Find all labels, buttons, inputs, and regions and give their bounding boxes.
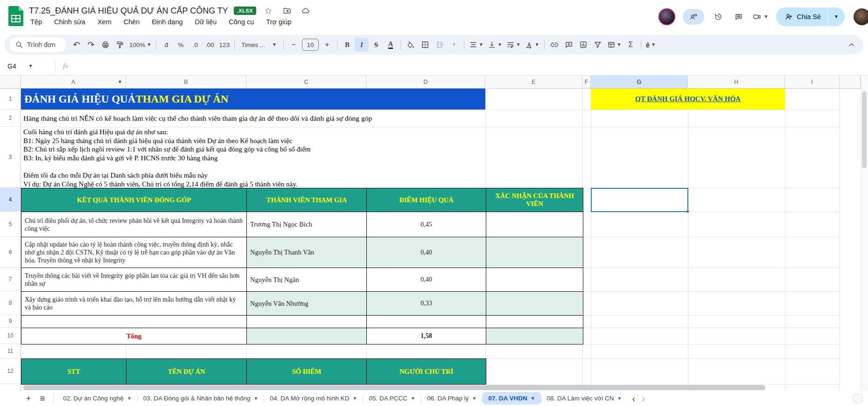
font-family-select[interactable]: Times ... ▼ xyxy=(238,38,280,52)
menu-data[interactable]: Dữ liệu xyxy=(191,17,221,27)
result-cell[interactable]: Xây dựng giáo trình và triển khai đào tạ… xyxy=(21,292,247,316)
table-header-cell[interactable]: THÀNH VIÊN THAM GIA xyxy=(247,188,367,212)
column-header-h[interactable]: H xyxy=(688,76,785,89)
merge-dropdown[interactable]: ▼ xyxy=(447,38,461,52)
chevron-down-icon[interactable]: ▼ xyxy=(118,80,122,84)
member-cell[interactable]: Nguyễn Thị Ngân xyxy=(247,268,367,292)
fill-color-button[interactable] xyxy=(404,38,418,52)
score-cell[interactable]: 0,40 xyxy=(367,268,486,292)
star-icon[interactable]: ☆ xyxy=(262,4,275,17)
note-row2-cell[interactable]: Hàng tháng chủ trì NÊN có kế hoạch làm v… xyxy=(23,110,372,127)
table-header-cell[interactable]: XÁC NHẬN CỦA THÀNH VIÊN xyxy=(486,188,583,212)
menu-file[interactable]: Tệp xyxy=(26,17,46,27)
column-header-i[interactable]: I xyxy=(785,76,840,89)
row-header-4[interactable]: 4 xyxy=(0,188,21,212)
row-header-10[interactable]: 10 xyxy=(0,328,21,344)
print-button[interactable] xyxy=(98,38,112,52)
undo-button[interactable]: ↶ xyxy=(70,38,84,52)
table-header-cell[interactable]: TÊN DỰ ÁN xyxy=(126,359,247,385)
share-dropdown[interactable]: ▼ xyxy=(828,14,845,19)
paint-format-button[interactable] xyxy=(113,38,127,52)
member-cell[interactable]: Nguyễn Văn Nhường xyxy=(247,292,367,316)
side-panel-toggle[interactable] xyxy=(853,394,862,403)
add-sheet-button[interactable]: + xyxy=(21,392,35,406)
table-views-button[interactable]: ▼ xyxy=(605,38,623,52)
member-cell[interactable]: Nguyễn Thị Thanh Vân xyxy=(247,237,367,268)
italic-button[interactable]: I xyxy=(355,38,369,52)
insert-comment-button[interactable] xyxy=(562,38,576,52)
table-header-cell[interactable]: KẾT QUẢ THÀNH VIÊN ĐÓNG GÓP xyxy=(21,188,247,212)
account-avatar[interactable] xyxy=(852,7,868,27)
sheet-tab-08[interactable]: 08. DA Làm việc với CN▼ xyxy=(541,392,628,405)
select-all-corner[interactable] xyxy=(0,76,21,89)
merge-cells-button[interactable] xyxy=(433,38,447,52)
vertical-align-button[interactable]: ▼ xyxy=(486,38,504,52)
horizontal-scrollbar[interactable] xyxy=(23,385,765,390)
functions-button[interactable]: Σ xyxy=(624,38,638,52)
confirm-cell[interactable] xyxy=(486,237,583,268)
version-history-icon[interactable] xyxy=(712,10,725,23)
table-header-cell[interactable]: NGƯỜI CHỦ TRÌ xyxy=(367,359,486,385)
confirm-cell[interactable] xyxy=(486,212,583,237)
format-currency-button[interactable]: đ xyxy=(159,38,173,52)
menu-tools[interactable]: Công cụ xyxy=(224,17,258,27)
confirm-cell[interactable] xyxy=(486,316,583,328)
column-header-a[interactable]: A▼ xyxy=(21,76,126,89)
row-header-5[interactable]: 5 xyxy=(0,212,21,237)
filter-button[interactable] xyxy=(591,38,605,52)
menu-insert[interactable]: Chèn xyxy=(119,17,144,27)
share-button[interactable]: Chia Sẻ ▼ xyxy=(776,7,845,26)
zoom-control[interactable]: 100% ▼ xyxy=(127,38,153,52)
collapse-toolbar-button[interactable] xyxy=(845,38,859,52)
score-cell[interactable]: 0,45 xyxy=(367,212,486,237)
scroll-tabs-left-icon[interactable]: ‹ xyxy=(632,394,635,403)
insert-link-button[interactable] xyxy=(547,38,561,52)
document-title[interactable]: T7.25_ĐÁNH GIÁ HIỆU QUẢ DỰ ÁN CẤP CÔNG T… xyxy=(29,6,228,16)
input-tools-button[interactable]: ê ▼ xyxy=(644,38,658,52)
insert-chart-button[interactable] xyxy=(576,38,590,52)
sheet-tab-03[interactable]: 03. DA Đóng gói & Nhân bản hệ thống▼ xyxy=(138,392,264,405)
fill-handle[interactable] xyxy=(686,210,689,213)
increase-decimal-button[interactable]: .00 xyxy=(203,38,217,52)
meet-button[interactable]: ▼ xyxy=(753,13,769,21)
sheet-tab-06[interactable]: 06. DA Pháp lý▼ xyxy=(421,392,482,405)
search-menus-button[interactable]: Trình đơn xyxy=(9,37,66,52)
menu-format[interactable]: Định dạng xyxy=(147,17,187,27)
menu-help[interactable]: Trợ giúp xyxy=(262,17,295,27)
collaborator-avatar[interactable] xyxy=(658,8,675,25)
collaborator-chat-icon[interactable] xyxy=(683,9,704,25)
total-label-cell[interactable]: Tổng xyxy=(21,328,247,344)
table-header-cell[interactable]: SỐ ĐIỂM xyxy=(247,359,367,385)
member-cell[interactable] xyxy=(247,316,367,328)
font-size-input[interactable]: 10 xyxy=(302,39,319,51)
column-header-f[interactable]: F xyxy=(582,76,591,89)
result-cell[interactable]: Chủ trì điều phối dự án, tổ chức review … xyxy=(21,212,247,237)
text-rotation-button[interactable]: ▼ xyxy=(523,38,541,52)
formula-input[interactable] xyxy=(75,57,868,75)
row-header-2[interactable]: 2 xyxy=(0,110,21,127)
note-row3-cell[interactable]: Cuối hàng chủ trì đánh giá Hiệu quả dự á… xyxy=(23,128,311,188)
decrease-font-size-button[interactable]: − xyxy=(287,38,301,52)
process-link-cell[interactable]: QT ĐÁNH GIÁ HQCV. VĂN HÓA xyxy=(591,89,785,110)
empty-cell[interactable] xyxy=(247,328,367,344)
row-header-11[interactable]: 11 xyxy=(0,344,21,358)
empty-cell[interactable] xyxy=(486,328,583,344)
result-cell[interactable]: Cập nhật update báo cáo tỷ lệ hoàn thành… xyxy=(21,237,247,268)
sheets-logo-icon[interactable] xyxy=(8,6,23,27)
row-header-1[interactable]: 1 xyxy=(0,89,21,110)
confirm-cell[interactable] xyxy=(486,268,583,292)
selected-cell-g4[interactable] xyxy=(591,188,688,212)
row-header-12[interactable]: 12 xyxy=(0,358,21,384)
score-cell[interactable]: 0,33 xyxy=(367,292,486,316)
more-formats-button[interactable]: 123 xyxy=(217,38,231,52)
column-header-d[interactable]: D xyxy=(366,76,485,89)
cloud-status-icon[interactable] xyxy=(299,4,312,17)
move-folder-icon[interactable] xyxy=(280,4,294,17)
result-cell[interactable]: Truyền thông các bài viết về Integrity g… xyxy=(21,268,247,292)
row-header-13[interactable] xyxy=(0,384,21,391)
bold-button[interactable]: B xyxy=(340,38,354,52)
column-header-b[interactable]: B xyxy=(126,76,246,89)
row-header-9[interactable]: 9 xyxy=(0,315,21,328)
member-cell[interactable]: Trương Thị Ngọc Bích xyxy=(247,212,367,237)
sheet-tab-05[interactable]: 05. DA PCCC▼ xyxy=(363,392,420,405)
